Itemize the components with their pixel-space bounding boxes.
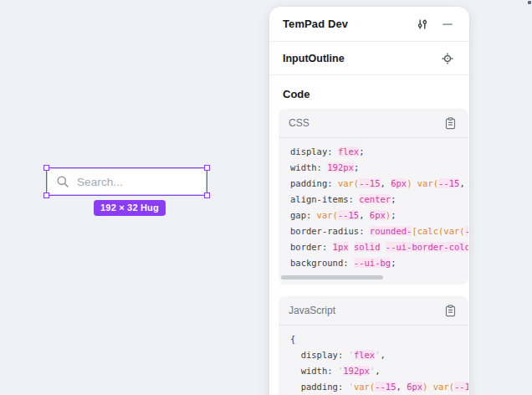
selection-size-badge: 192 × 32 Hug bbox=[94, 200, 166, 216]
code-line: width: '192px', bbox=[290, 363, 468, 379]
code-token: [calc(var( bbox=[412, 226, 464, 236]
code-line: align-items: center; bbox=[290, 192, 468, 208]
copy-clipboard-icon[interactable] bbox=[442, 115, 458, 131]
code-token: 6px bbox=[391, 178, 407, 188]
code-line: display: flex; bbox=[290, 144, 468, 160]
code-token: flex bbox=[338, 146, 359, 156]
code-token: 6px bbox=[407, 382, 422, 392]
code-token: display: bbox=[290, 146, 338, 156]
code-token: var( bbox=[338, 178, 359, 188]
css-code-block: CSS display: flex;width: 192px;padding: … bbox=[279, 109, 468, 285]
code-token: ; bbox=[359, 146, 364, 156]
code-token: display: bbox=[290, 350, 349, 360]
javascript-code-block: JavaScript { display: 'flex', width: '19… bbox=[279, 296, 468, 395]
css-block-header: CSS bbox=[279, 109, 468, 138]
panel-title: TemPad Dev bbox=[283, 18, 414, 30]
code-token: width: bbox=[290, 366, 338, 376]
code-token: padding: bbox=[290, 382, 349, 392]
code-token: --15 bbox=[338, 210, 359, 220]
code-token: padding: bbox=[290, 178, 338, 188]
selection-handle-bottom-right[interactable] bbox=[204, 192, 210, 198]
selection-handle-top-right[interactable] bbox=[204, 165, 210, 171]
code-token: --ui-bg bbox=[354, 258, 391, 268]
code-token: --ui-border-color bbox=[386, 242, 468, 252]
code-token: ; bbox=[391, 210, 396, 220]
code-token: align-items: bbox=[290, 194, 359, 204]
code-token: 1px bbox=[333, 242, 349, 252]
code-token: 192px bbox=[327, 162, 354, 172]
code-token bbox=[349, 242, 354, 252]
code-token: var( bbox=[354, 382, 375, 392]
code-token: rounded- bbox=[370, 226, 412, 236]
code-token bbox=[380, 242, 385, 252]
code-token: --15 bbox=[359, 178, 380, 188]
code-token: flex bbox=[354, 350, 375, 360]
tempad-dev-panel: TemPad Dev InputOutline bbox=[269, 7, 469, 395]
minimize-icon[interactable] bbox=[439, 16, 456, 33]
code-section-title: Code bbox=[269, 75, 469, 109]
code-token: gap: bbox=[290, 210, 317, 220]
code-token: --15 bbox=[454, 382, 468, 392]
code-line: width: 192px; bbox=[290, 160, 468, 176]
code-token: var( bbox=[317, 210, 338, 220]
code-token: 192px bbox=[343, 366, 370, 376]
javascript-block-header: JavaScript bbox=[279, 296, 468, 326]
code-token: background: bbox=[290, 258, 354, 268]
search-input-component[interactable]: Search... bbox=[47, 168, 207, 195]
code-token: solid bbox=[354, 242, 381, 252]
code-token: var( bbox=[433, 382, 454, 392]
code-token: ; bbox=[391, 194, 396, 204]
code-token: 6px bbox=[370, 210, 386, 220]
code-line: border: 1px solid --ui-border-color; bbox=[290, 239, 468, 255]
code-line: padding: 'var(--15, 6px) var(--15, 6px)'… bbox=[290, 379, 468, 395]
javascript-label: JavaScript bbox=[289, 305, 442, 316]
locate-target-icon[interactable] bbox=[439, 50, 456, 67]
code-token: center bbox=[359, 194, 391, 204]
code-token: ; bbox=[391, 258, 396, 268]
code-token: ; bbox=[354, 162, 359, 172]
code-line: padding: var(--15, 6px) var(--15, 6px); bbox=[290, 176, 468, 192]
css-code: display: flex;width: 192px;padding: var(… bbox=[279, 138, 468, 273]
code-token: , bbox=[359, 210, 370, 220]
code-token: , bbox=[459, 178, 468, 188]
component-name: InputOutline bbox=[283, 53, 439, 64]
code-token: , bbox=[381, 178, 391, 188]
code-line: gap: var(--15, 6px); bbox=[290, 208, 468, 223]
screen-corner-artifact bbox=[528, 1, 531, 4]
code-token: , bbox=[381, 350, 386, 360]
code-token: var( bbox=[417, 178, 438, 188]
code-token: border: bbox=[290, 242, 333, 252]
code-line: { bbox=[290, 331, 468, 347]
code-token: { bbox=[290, 334, 295, 344]
magnifier-icon bbox=[56, 175, 69, 188]
panel-header: TemPad Dev bbox=[269, 7, 469, 42]
preferences-sliders-icon[interactable] bbox=[414, 16, 431, 33]
copy-clipboard-icon[interactable] bbox=[442, 302, 458, 319]
code-token: --15 bbox=[438, 178, 459, 188]
code-token: width: bbox=[290, 162, 327, 172]
code-token: border-radius: bbox=[290, 226, 370, 236]
code-line: border-radius: rounded-[calc(var(--radiu… bbox=[290, 223, 468, 239]
css-label: CSS bbox=[289, 117, 442, 129]
search-placeholder-text: Search... bbox=[77, 176, 123, 188]
code-token: --radius bbox=[465, 226, 468, 236]
selected-component-row: InputOutline bbox=[269, 42, 469, 75]
code-token: , bbox=[396, 382, 407, 392]
selection-handle-top-left[interactable] bbox=[43, 165, 49, 171]
code-line: background: --ui-bg; bbox=[290, 255, 468, 271]
code-token: ' bbox=[349, 350, 354, 360]
selection-handle-bottom-left[interactable] bbox=[43, 192, 49, 198]
code-line: display: 'flex', bbox=[290, 347, 468, 363]
horizontal-scrollbar[interactable] bbox=[281, 275, 383, 280]
javascript-code: { display: 'flex', width: '192px', paddi… bbox=[279, 326, 468, 395]
code-token: , bbox=[375, 366, 380, 376]
code-token: --15 bbox=[375, 382, 396, 392]
